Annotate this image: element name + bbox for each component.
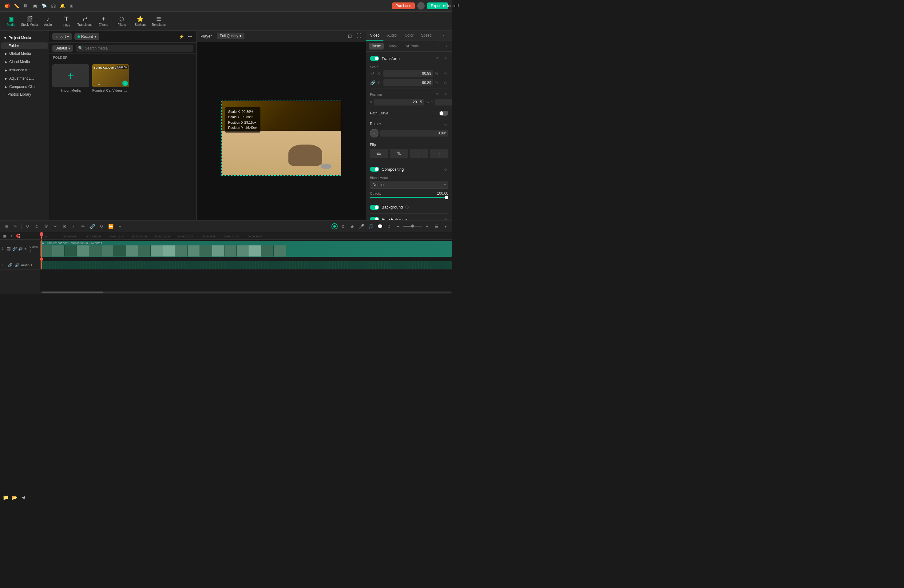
gift-icon[interactable]: 🎁 bbox=[4, 2, 11, 9]
tool-templates[interactable]: ☰ Templates bbox=[150, 13, 167, 29]
blend-mode-select[interactable]: Normal bbox=[370, 181, 448, 189]
tab-color[interactable]: Color bbox=[401, 31, 418, 41]
sidebar-folder-item[interactable]: Folder bbox=[1, 43, 47, 49]
background-info-icon[interactable]: ⓘ bbox=[405, 204, 409, 210]
zoom-slider[interactable] bbox=[403, 226, 422, 227]
subtab-basic[interactable]: Basic bbox=[369, 43, 384, 49]
sidebar-item-influence-kit[interactable]: ▶ Influence Kit bbox=[1, 66, 47, 74]
sidebar-item-cloud-media[interactable]: ▶ Cloud Media bbox=[1, 58, 47, 66]
empty-track-area[interactable] bbox=[40, 270, 452, 291]
list-view-button[interactable]: ☰ bbox=[432, 222, 440, 230]
transform-keyframe-icon[interactable]: ◇ bbox=[442, 55, 448, 62]
tab-expand[interactable]: › bbox=[435, 31, 452, 41]
split-view-icon[interactable]: ⊡ bbox=[346, 33, 353, 40]
audio-mute-icon[interactable]: 🔊 bbox=[14, 262, 20, 268]
compositing-toggle[interactable] bbox=[370, 167, 379, 172]
auto-enhance-toggle[interactable] bbox=[370, 217, 379, 220]
scale-x-keyframe-icon[interactable]: ◇ bbox=[443, 70, 448, 77]
grid-icon[interactable]: ⊞ bbox=[68, 2, 75, 9]
display-icon[interactable]: 🖥 bbox=[22, 2, 29, 9]
add-audio-track-button[interactable]: ♪ bbox=[9, 233, 14, 239]
magnet-button[interactable]: 🧲 bbox=[15, 233, 21, 239]
tab-audio[interactable]: Audio bbox=[383, 31, 401, 41]
video-media-thumb[interactable]: Funny Cat Compilation 00:02:00 ⊞ ☁ ✓ bbox=[92, 64, 129, 87]
more-icon[interactable]: ••• bbox=[186, 33, 193, 40]
video-track-area[interactable]: ▶ Funniest Videos Compilation in 2 Minut… bbox=[40, 240, 452, 258]
scale-y-input[interactable] bbox=[383, 79, 433, 86]
tool-stickers[interactable]: ⭐ Stickers bbox=[131, 13, 149, 29]
scale-x-input[interactable] bbox=[383, 70, 433, 77]
path-curve-toggle[interactable] bbox=[439, 111, 448, 115]
wifi-icon[interactable]: 📡 bbox=[41, 2, 47, 9]
video-eye-icon[interactable]: 👁 bbox=[24, 246, 28, 251]
marker-button[interactable]: ◆ bbox=[348, 222, 356, 230]
import-button[interactable]: Import ▾ bbox=[52, 33, 72, 40]
cursor-icon[interactable]: ✏️ bbox=[13, 2, 20, 9]
flip-horizontal-button[interactable]: ⇆ bbox=[370, 149, 388, 158]
scale-reset-icon[interactable]: ↺ bbox=[370, 70, 376, 77]
link-button[interactable]: 🔗 bbox=[88, 222, 96, 230]
video-mute-icon[interactable]: 🔊 bbox=[18, 246, 23, 251]
cut-button[interactable]: ✂ bbox=[51, 222, 59, 230]
mic-button[interactable]: 🎤 bbox=[357, 222, 365, 230]
search-box[interactable]: 🔍 bbox=[76, 44, 193, 52]
purchase-button[interactable]: Purchase bbox=[392, 2, 415, 9]
subtab-mask[interactable]: Mask bbox=[386, 43, 401, 49]
auto-enhance-keyframe-icon[interactable]: ◇ bbox=[442, 216, 448, 220]
layout-icon[interactable]: ▣ bbox=[32, 2, 38, 9]
chevron-left-icon[interactable]: ‹ bbox=[436, 43, 442, 49]
bell-icon[interactable]: 🔔 bbox=[59, 2, 66, 9]
video-link-icon[interactable]: 🔗 bbox=[12, 246, 17, 251]
avatar[interactable] bbox=[417, 2, 425, 9]
sidebar-item-adjustment[interactable]: ▶ Adjustment L... bbox=[1, 74, 47, 82]
tool-transitions[interactable]: ⇄ Transitions bbox=[76, 13, 93, 29]
position-keyframe-icon[interactable]: ◇ bbox=[442, 91, 448, 98]
add-video-track-button[interactable]: ▣ bbox=[2, 233, 7, 239]
video-media-item[interactable]: Funny Cat Compilation 00:02:00 ⊞ ☁ ✓ Fun… bbox=[92, 64, 129, 92]
scale-y-keyframe-icon[interactable]: ◇ bbox=[443, 80, 448, 86]
zoom-in-button[interactable]: + bbox=[423, 222, 431, 230]
scrollbar-thumb[interactable] bbox=[42, 292, 103, 293]
timeline-scrollbar[interactable] bbox=[0, 291, 452, 294]
tool-filters[interactable]: ⬡ Filters bbox=[113, 13, 130, 29]
transform-toggle[interactable] bbox=[370, 56, 379, 61]
project-media-section[interactable]: ▼ Project Media bbox=[0, 33, 49, 43]
draw-button[interactable]: ✏ bbox=[79, 222, 87, 230]
sidebar-item-global-media[interactable]: ▶ Global Media bbox=[1, 49, 47, 57]
audio-track-area[interactable] bbox=[40, 261, 452, 270]
tool-titles[interactable]: T Titles bbox=[58, 13, 75, 29]
undo-button[interactable]: ↺ bbox=[24, 222, 32, 230]
record-button[interactable]: Record ▾ bbox=[74, 33, 99, 40]
subtab-ai-tools[interactable]: AI Tools bbox=[403, 43, 422, 49]
tool-media[interactable]: ▣ Media bbox=[2, 13, 20, 29]
scrollbar-track[interactable] bbox=[41, 292, 451, 293]
position-reset-icon[interactable]: ↺ bbox=[434, 91, 440, 98]
rotate-keyframe-icon[interactable]: ◇ bbox=[442, 121, 448, 127]
screen-record-button[interactable]: 🖥 bbox=[385, 222, 393, 230]
sidebar-item-photos-library[interactable]: Photos Library bbox=[0, 91, 49, 98]
multi-select-button[interactable]: ⊞ bbox=[2, 222, 11, 230]
loop-button[interactable]: ↻ bbox=[98, 222, 106, 230]
quality-button[interactable]: Full Quality ▾ bbox=[217, 33, 245, 40]
flip-h2-button[interactable]: ↔ bbox=[410, 149, 428, 158]
compositing-expand-icon[interactable]: ◇ bbox=[442, 166, 448, 172]
tool-audio[interactable]: ♪ Audio bbox=[40, 13, 57, 29]
rotate-input[interactable] bbox=[380, 130, 448, 136]
voice-button[interactable]: 💬 bbox=[376, 222, 384, 230]
flip-v2-button[interactable]: ↕ bbox=[430, 149, 448, 158]
redo-button[interactable]: ↻ bbox=[33, 222, 41, 230]
search-input[interactable] bbox=[85, 46, 191, 51]
filter-icon[interactable]: ⚡ bbox=[178, 33, 185, 40]
delete-button[interactable]: 🗑 bbox=[42, 222, 50, 230]
video-icon[interactable]: 🎬 bbox=[6, 246, 11, 251]
headphone-icon[interactable]: 🎧 bbox=[50, 2, 57, 9]
tool-stock-media[interactable]: 🎬 Stock Media bbox=[21, 13, 38, 29]
import-media-item[interactable]: + Import Media bbox=[52, 64, 89, 92]
position-y-input[interactable] bbox=[435, 99, 452, 106]
audio-clip[interactable] bbox=[40, 261, 452, 269]
speed-button[interactable]: ⏩ bbox=[107, 222, 115, 230]
audio-tl-button[interactable]: 🎵 bbox=[367, 222, 375, 230]
lock-icon[interactable]: 🔗 bbox=[370, 80, 376, 85]
flip-vertical-button[interactable]: ⇅ bbox=[390, 149, 408, 158]
tab-video[interactable]: Video bbox=[366, 31, 383, 41]
